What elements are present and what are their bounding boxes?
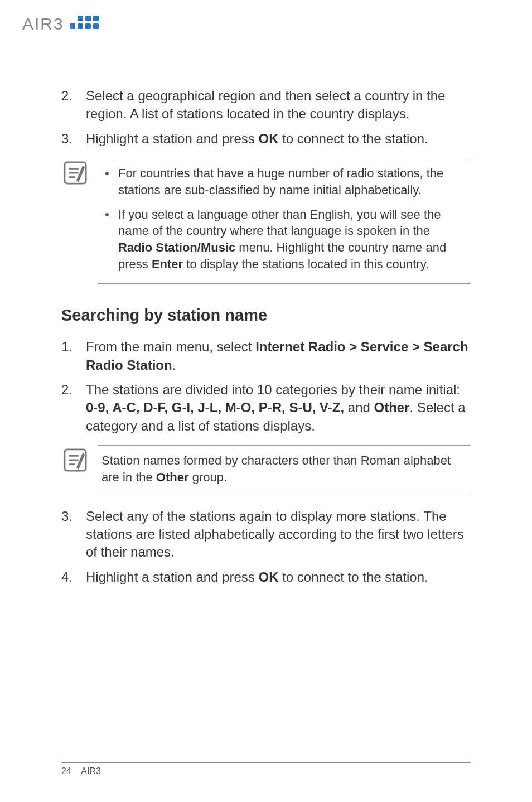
list-item: 3. Select any of the stations again to d… — [61, 508, 471, 562]
svg-rect-1 — [78, 16, 83, 21]
step-text: Highlight a station and press OK to conn… — [86, 130, 471, 148]
text-bold: OK — [259, 131, 279, 146]
text-run: From the main menu, select — [86, 339, 255, 354]
svg-rect-3 — [85, 16, 91, 21]
text-bold: Other — [374, 400, 410, 415]
note-body: • For countries that have a huge number … — [98, 158, 471, 284]
bullet-icon: • — [105, 206, 110, 223]
section-heading: Searching by station name — [61, 306, 471, 325]
step-text: Select a geographical region and then se… — [86, 87, 471, 123]
text-run: The stations are divided into 10 categor… — [86, 382, 460, 397]
step-number: 3. — [61, 508, 86, 525]
page-header: AIR3 — [22, 15, 510, 33]
svg-rect-2 — [78, 23, 83, 29]
text-bold: 0-9, A-C, D-F, G-I, J-L, M-O, P-R, S-U, … — [86, 400, 344, 415]
note-item: • For countries that have a huge number … — [98, 163, 467, 204]
text-run: If you select a language other than Engl… — [118, 207, 441, 238]
text-bold: OK — [259, 569, 279, 584]
text-bold: Other — [156, 470, 189, 484]
list-item: 3. Highlight a station and press OK to c… — [61, 130, 471, 148]
footer-label: AIR3 — [81, 766, 101, 776]
page-footer: 24 AIR3 — [61, 762, 471, 776]
step-text: From the main menu, select Internet Radi… — [86, 338, 471, 374]
svg-rect-5 — [93, 16, 99, 21]
page-number: 24 — [61, 766, 71, 776]
note-text: If you select a language other than Engl… — [118, 206, 465, 273]
text-run: Station names formed by characters other… — [101, 453, 451, 484]
note-icon — [64, 445, 89, 474]
note-text: For countries that have a huge number of… — [118, 165, 465, 198]
note-body: Station names formed by characters other… — [98, 445, 471, 495]
text-run: . — [172, 357, 176, 373]
step-number: 1. — [61, 338, 86, 356]
step-number: 3. — [61, 130, 86, 148]
step-text: Highlight a station and press OK to conn… — [86, 568, 471, 586]
note-text: Station names formed by characters other… — [98, 450, 467, 489]
text-run: group. — [189, 470, 228, 484]
note-item: • If you select a language other than En… — [98, 204, 467, 278]
step-number: 2. — [61, 87, 86, 105]
text-run: to connect to the station. — [279, 569, 428, 584]
list-item: 1. From the main menu, select Internet R… — [61, 338, 471, 374]
svg-rect-0 — [70, 23, 75, 29]
text-run: and — [344, 400, 374, 415]
text-run: Highlight a station and press — [86, 569, 259, 584]
footer-rule — [61, 762, 471, 763]
list-item: 2. The stations are divided into 10 cate… — [61, 381, 471, 435]
svg-rect-6 — [93, 23, 99, 29]
text-run: Highlight a station and press — [86, 131, 259, 146]
text-bold: Radio Station/Music — [118, 240, 235, 254]
text-run: to display the stations located in this … — [183, 257, 429, 271]
brand-logo-icon — [70, 15, 99, 33]
note-icon — [64, 158, 89, 187]
step-number: 2. — [61, 381, 86, 399]
list-item: 4. Highlight a station and press OK to c… — [61, 568, 471, 586]
list-item: 2. Select a geographical region and then… — [61, 87, 471, 123]
section-step-list: 1. From the main menu, select Internet R… — [61, 338, 471, 435]
bullet-icon: • — [105, 165, 110, 182]
svg-rect-4 — [85, 23, 91, 29]
text-bold: Enter — [152, 257, 183, 271]
page-root: AIR3 2. Select a geographical region and… — [0, 0, 532, 802]
step-number: 4. — [61, 568, 86, 586]
footer-text: 24 AIR3 — [61, 766, 471, 776]
content-area: 2. Select a geographical region and then… — [22, 87, 510, 586]
step-text: Select any of the stations again to disp… — [86, 508, 471, 562]
section-step-list-b: 3. Select any of the stations again to d… — [61, 508, 471, 587]
note-block: Station names formed by characters other… — [61, 445, 471, 495]
top-step-list: 2. Select a geographical region and then… — [61, 87, 471, 148]
note-block: • For countries that have a huge number … — [61, 158, 471, 284]
text-run: to connect to the station. — [279, 131, 428, 146]
brand-name: AIR3 — [22, 15, 64, 33]
step-text: The stations are divided into 10 categor… — [86, 381, 471, 435]
